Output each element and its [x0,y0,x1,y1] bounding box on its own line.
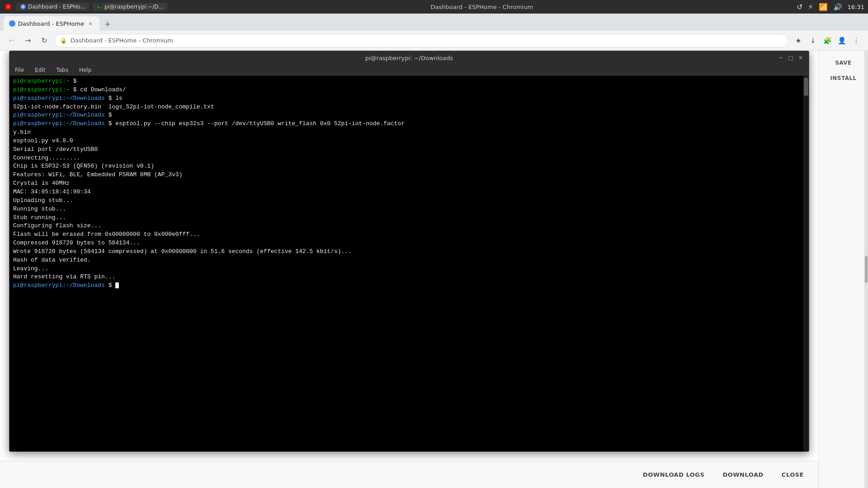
terminal-line: esptool.py v4.8.0 [13,137,805,145]
terminal-menu-edit[interactable]: Edit [33,66,47,74]
lock-icon: 🔒 [60,38,67,44]
extensions-button[interactable]: 🧩 [821,34,834,47]
terminal-close-button[interactable]: ✕ [797,54,804,61]
terminal-line: MAC: 34:85:18:41:90:34 [13,188,805,197]
chromium-window: Dashboard - ESPHome × + ← → ↻ 🔒 Dashboar… [0,14,868,488]
download-logs-button[interactable]: DOWNLOAD LOGS [637,469,710,481]
volume-icon: 🔊 [833,3,842,11]
chrome-tabbar: Dashboard - ESPHome × + [0,14,868,31]
raspberry-pi-icon[interactable] [4,2,13,11]
terminal-body: pi@raspberrypi:~ $ pi@raspberrypi:~ $ cd… [9,75,809,451]
install-button[interactable]: INSTALL [826,73,860,83]
terminal-line: pi@raspberrypi:~ $ cd Downloads/ [13,86,805,94]
terminal-line: Connecting......... [13,154,805,163]
terminal-line: Uploading stub... [13,197,805,205]
svg-point-4 [22,6,24,8]
terminal-window: pi@raspberrypi: ~/Downloads ─ □ ✕ File E… [9,51,809,452]
terminal-controls: ─ □ ✕ [777,54,804,61]
taskbar-chromium[interactable]: Dashboard - ESPHo... [16,3,89,11]
esphome-scrollbar[interactable] [864,51,868,488]
toolbar-actions: ★ ↓ 🧩 👤 ⋮ [792,34,863,47]
terminal-line: Leaving... [13,265,805,273]
download-button[interactable]: DOWNLOAD [717,469,769,481]
menu-button[interactable]: ⋮ [850,34,863,47]
os-topbar: Dashboard - ESPHo... pi@raspberrypi:~/D.… [0,0,868,14]
terminal-menu-file[interactable]: File [13,66,26,74]
taskbar-chromium-label: Dashboard - ESPHo... [28,4,85,10]
taskbar-terminal[interactable]: pi@raspberrypi:~/D... [93,3,167,11]
terminal-line: Features: WiFi, BLE, Embedded PSRAM 8MB … [13,171,805,179]
terminal-line: Chip is ESP32-S3 (QFN56) (revision v0.1) [13,162,805,171]
chrome-content: pi@raspberrypi: ~/Downloads ─ □ ✕ File E… [0,51,868,488]
terminal-title: pi@raspberrypi: ~/Downloads [41,55,777,61]
terminal-line: Hard resetting via RTS pin... [13,273,805,282]
terminal-maximize-button[interactable]: □ [787,54,794,61]
esphome-panel: SAVE INSTALL [818,51,868,488]
terminal-line: pi@raspberrypi:~/Downloads $ ls [13,94,805,103]
terminal-line-cursor[interactable]: pi@raspberrypi:~/Downloads $ [13,282,805,290]
svg-point-1 [6,5,10,9]
terminal-cursor [115,282,119,288]
reload-button[interactable]: ↻ [38,34,51,47]
terminal-minimize-button[interactable]: ─ [777,54,784,61]
save-button[interactable]: SAVE [831,58,855,68]
esphome-scrollbar-thumb[interactable] [865,256,868,283]
forward-button[interactable]: → [22,34,34,47]
tab-title: Dashboard - ESPHome [18,20,84,27]
bookmarks-button[interactable]: ★ [792,34,805,47]
chrome-toolbar: ← → ↻ 🔒 Dashboard - ESPHome - Chromium ★… [0,31,868,51]
terminal-scrollbar-thumb[interactable] [804,78,808,96]
terminal-line: Hash of data verified. [13,256,805,265]
terminal-line: Configuring flash size... [13,222,805,230]
wifi-icon: 📶 [819,3,828,11]
terminal-line: Compressed 918720 bytes to 584134... [13,239,805,248]
terminal-line: pi@raspberrypi:~ $ [13,77,805,86]
bluetooth-icon: ⚡ [808,3,813,11]
terminal-menu-help[interactable]: Help [77,66,93,74]
terminal-line: Wrote 918720 bytes (584134 compressed) a… [13,248,805,256]
terminal-line: Stub running... [13,214,805,222]
terminal-titlebar: pi@raspberrypi: ~/Downloads ─ □ ✕ [9,51,809,65]
chrome-tab-esphome[interactable]: Dashboard - ESPHome × [4,16,99,31]
terminal-line: Serial port /dev/ttyUSB0 [13,145,805,154]
profile-button[interactable]: 👤 [835,34,848,47]
terminal-line: pi@raspberrypi:~/Downloads $ esptool.py … [13,120,805,128]
new-tab-button[interactable]: + [101,17,114,30]
downloads-button[interactable]: ↓ [807,34,819,47]
tab-favicon [9,20,15,27]
terminal-overlay: pi@raspberrypi: ~/Downloads ─ □ ✕ File E… [0,51,818,461]
svg-rect-5 [96,4,103,10]
terminal-menu-tabs[interactable]: Tabs [54,66,70,74]
tab-close-button[interactable]: × [87,20,94,27]
refresh-icon: ↺ [797,3,802,11]
terminal-line: y.bin [13,128,805,137]
address-bar[interactable]: 🔒 Dashboard - ESPHome - Chromium [54,34,788,47]
terminal-menubar: File Edit Tabs Help [9,65,809,75]
terminal-line: pi@raspberrypi:~/Downloads $ [13,111,805,120]
os-window-title: Dashboard - ESPHome - Chromium [167,4,797,10]
terminal-line: Running stub... [13,205,805,214]
bottom-bar: DOWNLOAD LOGS DOWNLOAD CLOSE [0,461,818,488]
terminal-line: Flash will be erased from 0x00000000 to … [13,230,805,239]
os-systray: ↺ ⚡ 📶 🔊 16:31 [797,3,864,11]
terminal-line: 52pi-iot-node.factory.bin logs_52pi-iot-… [13,103,805,112]
terminal-line: Crystal is 40MHz [13,179,805,188]
address-text: Dashboard - ESPHome - Chromium [71,37,783,44]
back-button[interactable]: ← [5,34,18,47]
window-title-text: Dashboard - ESPHome - Chromium [430,4,533,10]
taskbar-left: Dashboard - ESPHo... pi@raspberrypi:~/D.… [4,2,167,11]
terminal-scrollbar[interactable] [803,75,809,451]
clock: 16:31 [848,4,864,10]
taskbar-terminal-label: pi@raspberrypi:~/D... [104,4,164,10]
close-button[interactable]: CLOSE [776,469,809,481]
